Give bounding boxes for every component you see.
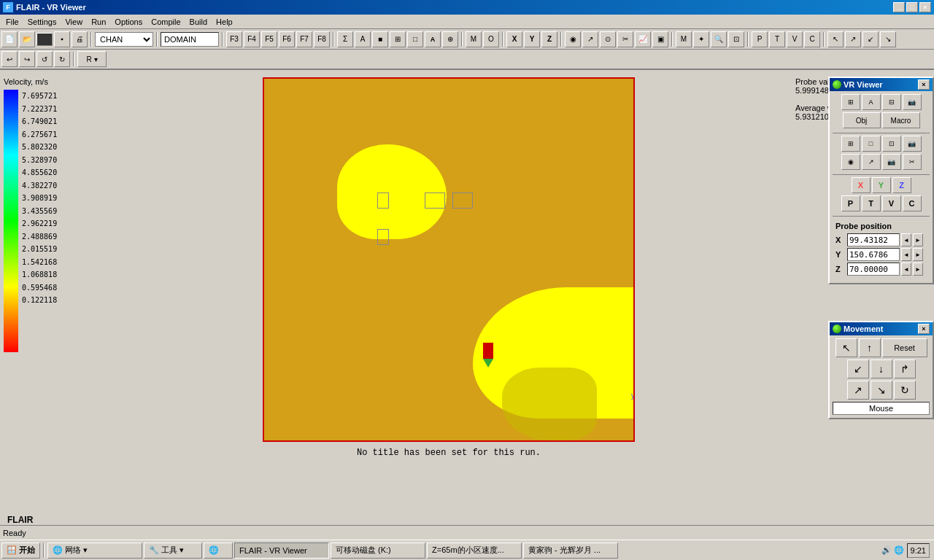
vr-v-btn[interactable]: V	[882, 195, 901, 211]
tb-f3[interactable]: F3	[226, 31, 242, 47]
mv-ul-btn[interactable]: ↖	[835, 338, 857, 357]
tb-dl[interactable]: ↙	[862, 31, 879, 47]
mv-diagl-btn[interactable]: ↗	[847, 381, 869, 400]
tb-sq2[interactable]: □	[407, 31, 423, 47]
taskbar-network[interactable]: 🌐 网络 ▾	[47, 542, 142, 559]
probe-z-dec[interactable]: ◄	[901, 262, 911, 276]
tb-p[interactable]: P	[752, 31, 768, 47]
tb-f4[interactable]: F4	[244, 31, 260, 47]
tb-y[interactable]: Y	[524, 31, 540, 47]
tb-search[interactable]: 🔍	[711, 31, 727, 47]
mv-rot-btn[interactable]: ↻	[894, 381, 916, 400]
tb-chart[interactable]: 📈	[635, 31, 651, 47]
tb2-r-drop[interactable]: R ▾	[77, 51, 107, 67]
taskbar-internet[interactable]: 🌐	[204, 542, 233, 559]
tb-dr[interactable]: ↘	[880, 31, 896, 47]
menu-options[interactable]: Options	[110, 16, 147, 28]
window-controls[interactable]: _ □ ×	[893, 2, 931, 12]
tb-t[interactable]: T	[769, 31, 785, 47]
tb2-undo[interactable]: ↩	[1, 51, 18, 67]
tb-ul[interactable]: ↖	[827, 31, 844, 47]
taskbar-drive[interactable]: 可移动磁盘 (K:)	[331, 542, 425, 559]
tb-ur[interactable]: ↗	[845, 31, 861, 47]
mv-left-btn[interactable]: ↙	[847, 359, 869, 378]
vr-btn-dot[interactable]: ◉	[841, 154, 860, 170]
tb-open[interactable]: 📂	[19, 31, 35, 47]
menu-view[interactable]: View	[61, 16, 87, 28]
vr-btn-minus[interactable]: ⊟	[882, 94, 901, 110]
mv-t-btn[interactable]: ↱	[894, 359, 916, 378]
menu-compile[interactable]: Compile	[147, 16, 185, 28]
tb-a1[interactable]: A	[355, 31, 371, 47]
menu-file[interactable]: File	[1, 16, 23, 28]
tb-sigma[interactable]: Σ	[337, 31, 353, 47]
mv-down-btn[interactable]: ↓	[871, 359, 892, 378]
tb-v[interactable]: V	[787, 31, 803, 47]
vr-btn-cam[interactable]: 📷	[903, 94, 922, 110]
vr-y-btn[interactable]: Y	[872, 177, 891, 193]
tb-star[interactable]: ✦	[693, 31, 709, 47]
probe-y-dec[interactable]: ◄	[901, 248, 911, 261]
probe-y-input[interactable]	[847, 248, 900, 261]
vr-p-btn[interactable]: P	[841, 195, 860, 211]
tb-c[interactable]: C	[804, 31, 820, 47]
visualization-canvas[interactable]: x y	[263, 77, 635, 442]
vr-btn-a[interactable]: A	[862, 94, 881, 110]
taskbar-z65[interactable]: Z=65m的小区速度...	[427, 542, 522, 559]
vr-btn-macro[interactable]: Macro	[882, 112, 920, 128]
vr-btn-sq1[interactable]: ⊞	[841, 136, 860, 152]
tb2-redo[interactable]: ↪	[19, 51, 35, 67]
vr-t-btn[interactable]: T	[862, 195, 881, 211]
tb-m1[interactable]: M	[466, 31, 482, 47]
taskbar-tools[interactable]: 🔧 工具 ▾	[144, 542, 202, 559]
close-button[interactable]: ×	[919, 2, 931, 12]
taskbar-flair[interactable]: FLAIR - VR Viewer	[234, 542, 329, 559]
menu-settings[interactable]: Settings	[23, 16, 61, 28]
tb-print[interactable]: 🖨	[72, 31, 88, 47]
menu-run[interactable]: Run	[87, 16, 110, 28]
tb-new[interactable]: 📄	[1, 31, 18, 47]
mv-up-btn[interactable]: ↑	[859, 338, 881, 357]
tb-sqcross[interactable]: ⊡	[728, 31, 744, 47]
probe-z-inc[interactable]: ►	[913, 262, 923, 276]
tb-a2[interactable]: A	[425, 31, 441, 47]
mv-diagr-btn[interactable]: ↘	[871, 381, 892, 400]
tb-f5[interactable]: F5	[261, 31, 277, 47]
maximize-button[interactable]: □	[906, 2, 918, 12]
vr-close-button[interactable]: ×	[918, 79, 930, 90]
vr-z-btn[interactable]: Z	[892, 177, 911, 193]
menu-build[interactable]: Build	[185, 16, 212, 28]
vr-btn-cam2[interactable]: 📷	[903, 136, 922, 152]
vr-x-btn[interactable]: X	[852, 177, 871, 193]
domain-input[interactable]	[161, 32, 219, 47]
tb-z[interactable]: Z	[541, 31, 557, 47]
tb-dot[interactable]: ◉	[565, 31, 581, 47]
menu-help[interactable]: Help	[212, 16, 237, 28]
tb2-rot-cw[interactable]: ↻	[54, 51, 70, 67]
tb2-rot-ccw[interactable]: ↺	[36, 51, 53, 67]
vr-btn-sq2[interactable]: □	[862, 136, 881, 152]
tb-color[interactable]	[36, 33, 53, 46]
chan-select[interactable]: CHAN	[95, 32, 153, 47]
vr-btn-arr[interactable]: ↗	[862, 154, 881, 170]
tb-fill[interactable]: ▪	[54, 31, 70, 47]
vr-c-btn[interactable]: C	[903, 195, 922, 211]
probe-z-input[interactable]	[847, 262, 900, 276]
tb-arr1[interactable]: ↗	[582, 31, 598, 47]
tb-circ[interactable]: ⊙	[600, 31, 616, 47]
vr-btn-cam3[interactable]: 📷	[882, 154, 901, 170]
tb-f7[interactable]: F7	[296, 31, 312, 47]
tb-f8[interactable]: F8	[314, 31, 330, 47]
probe-x-dec[interactable]: ◄	[901, 233, 911, 246]
tb-grid[interactable]: ⊞	[390, 31, 406, 47]
mv-reset-btn[interactable]: Reset	[882, 338, 927, 357]
tb-cross[interactable]: ⊕	[442, 31, 458, 47]
vr-btn-cut[interactable]: ✂	[903, 154, 922, 170]
vr-btn-grid[interactable]: ⊞	[841, 94, 860, 110]
vr-btn-sq3[interactable]: ⊡	[882, 136, 901, 152]
probe-x-inc[interactable]: ►	[913, 233, 923, 246]
vr-btn-obj[interactable]: Obj	[843, 112, 881, 128]
taskbar-music[interactable]: 黄家驹 - 光辉岁月 ...	[523, 542, 618, 559]
tb-sqfill[interactable]: ▣	[652, 31, 668, 47]
tb-sq1[interactable]: ■	[372, 31, 388, 47]
